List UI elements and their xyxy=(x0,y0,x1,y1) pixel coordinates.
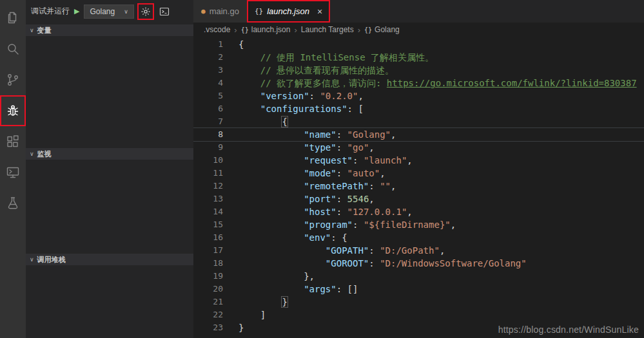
search-icon[interactable] xyxy=(0,33,26,64)
code-line[interactable]: 11 "mode": "auto", xyxy=(193,167,644,180)
close-icon[interactable]: × xyxy=(317,6,322,17)
code-token: : xyxy=(369,181,380,191)
line-number: 13 xyxy=(193,192,223,205)
activity-bar xyxy=(0,0,26,338)
line-content: "version": "0.2.0", xyxy=(223,89,364,102)
code-token xyxy=(239,194,304,204)
code-token xyxy=(239,117,282,127)
debug-icon[interactable] xyxy=(0,95,26,126)
code-token: "D:/GoPath" xyxy=(380,245,440,256)
code-token xyxy=(239,297,282,307)
line-number: 10 xyxy=(193,154,223,167)
debug-config-dropdown[interactable]: Golang ∨ xyxy=(84,5,133,19)
code-line[interactable]: 4 // 欲了解更多信息，请访问: https://go.microsoft.c… xyxy=(193,77,644,89)
code-token: , xyxy=(358,91,363,101)
code-line[interactable]: 22 ] xyxy=(193,308,644,321)
chevron-down-icon: ∨ xyxy=(30,256,34,263)
breadcrumb-item[interactable]: {}Golang xyxy=(364,25,400,34)
breadcrumb-separator: › xyxy=(294,25,297,35)
code-line[interactable]: 14 "host": "127.0.0.1", xyxy=(193,205,644,218)
code-token: : xyxy=(337,168,347,178)
code-token xyxy=(239,91,260,101)
code-token: // 悬停以查看现有属性的描述。 xyxy=(239,65,394,75)
code-token: } xyxy=(282,297,287,307)
code-line[interactable]: 1{ xyxy=(193,38,644,51)
code-token: : xyxy=(353,155,364,165)
code-line[interactable]: 18 "GOROOT": "D:/WindowsSoftware/Golang" xyxy=(193,257,644,270)
code-token: , xyxy=(369,142,374,153)
json-symbol-icon: {} xyxy=(241,26,249,33)
start-debugging-icon[interactable]: ▶ xyxy=(74,7,79,15)
code-line[interactable]: 13 "port": 5546, xyxy=(193,192,644,205)
code-line[interactable]: 19 }, xyxy=(193,270,644,283)
code-line[interactable]: 10 "request": "launch", xyxy=(193,154,644,167)
section-watch[interactable]: ∨监视 xyxy=(26,148,193,160)
breadcrumb-item[interactable]: {}launch.json xyxy=(241,25,291,34)
code-line[interactable]: 5 "version": "0.2.0", xyxy=(193,89,644,102)
code-token: "host" xyxy=(304,207,337,217)
code-line[interactable]: 8 "name": "Golang", xyxy=(193,128,644,141)
code-token xyxy=(239,142,304,153)
code-token: "version" xyxy=(260,91,309,101)
code-line[interactable]: 17 "GOPATH": "D:/GoPath", xyxy=(193,244,644,257)
code-line[interactable]: 9 "type": "go", xyxy=(193,141,644,154)
code-line[interactable]: 3 // 悬停以查看现有属性的描述。 xyxy=(193,64,644,77)
code-token: "env" xyxy=(304,232,331,243)
code-line[interactable]: 7 { xyxy=(193,115,644,128)
code-token xyxy=(239,155,304,165)
line-number: 18 xyxy=(193,257,223,270)
code-token: }, xyxy=(239,271,315,281)
line-number: 16 xyxy=(193,231,223,244)
code-line[interactable]: 12 "remotePath": "", xyxy=(193,180,644,192)
code-token: "request" xyxy=(304,155,353,165)
breadcrumb-separator: › xyxy=(358,25,360,35)
code-token: "configurations" xyxy=(260,104,347,114)
line-number: 4 xyxy=(193,77,223,89)
code-token: , xyxy=(369,194,374,204)
code-token: "remotePath" xyxy=(304,181,369,191)
breadcrumb-item[interactable]: Launch Targets xyxy=(301,25,354,34)
tab-launch-json[interactable]: {}launch.json× xyxy=(247,0,330,23)
explorer-icon[interactable] xyxy=(0,3,26,33)
remote-explorer-icon[interactable] xyxy=(0,157,26,188)
editor-area: ●main.go{}launch.json× .vscode›{}launch.… xyxy=(193,0,644,338)
json-file-icon: {} xyxy=(255,7,263,15)
code-line[interactable]: 16 "env": { xyxy=(193,231,644,244)
code-token: : xyxy=(353,220,364,230)
debug-toolbar: 调试并运行 ▶ Golang ∨ xyxy=(26,0,193,23)
source-control-icon[interactable] xyxy=(0,64,26,95)
tab-label: main.go xyxy=(210,6,239,16)
code-token: , xyxy=(407,155,412,165)
code-editor[interactable]: 1{2 // 使用 IntelliSense 了解相关属性。3 // 悬停以查看… xyxy=(193,37,644,338)
code-token: "GOROOT" xyxy=(326,258,369,268)
code-token: "launch" xyxy=(364,155,407,165)
line-content: } xyxy=(223,321,244,334)
code-line[interactable]: 21 } xyxy=(193,296,644,308)
section-variables[interactable]: ∨变量 xyxy=(26,24,193,36)
section-call-stack[interactable]: ∨调用堆栈 xyxy=(26,254,193,265)
line-content: // 欲了解更多信息，请访问: https://go.microsoft.com… xyxy=(223,77,637,89)
line-number: 19 xyxy=(193,270,223,283)
line-content: // 悬停以查看现有属性的描述。 xyxy=(223,64,394,77)
tab-main-go[interactable]: ●main.go xyxy=(193,0,247,23)
code-line[interactable]: 15 "program": "${fileDirname}", xyxy=(193,218,644,231)
code-line[interactable]: 2 // 使用 IntelliSense 了解相关属性。 xyxy=(193,51,644,64)
debug-console-icon[interactable] xyxy=(157,5,171,19)
code-line[interactable]: 6 "configurations": [ xyxy=(193,102,644,115)
code-line[interactable]: 20 "args": [] xyxy=(193,283,644,296)
gear-icon[interactable] xyxy=(139,5,153,19)
code-token: ] xyxy=(239,310,266,320)
breadcrumb-item[interactable]: .vscode xyxy=(204,25,230,34)
line-number: 2 xyxy=(193,51,223,64)
line-content: "args": [] xyxy=(223,283,358,296)
extensions-icon[interactable] xyxy=(0,126,26,157)
line-content: "configurations": [ xyxy=(223,102,364,115)
test-icon[interactable] xyxy=(0,188,26,219)
line-content: "mode": "auto", xyxy=(223,167,385,180)
code-token: "args" xyxy=(304,284,337,294)
code-token: : [] xyxy=(337,284,358,294)
line-content: "request": "launch", xyxy=(223,154,413,167)
line-content: "program": "${fileDirname}", xyxy=(223,218,456,231)
breadcrumb-label: Launch Targets xyxy=(301,25,354,34)
code-token: // 使用 IntelliSense 了解相关属性。 xyxy=(239,52,434,62)
